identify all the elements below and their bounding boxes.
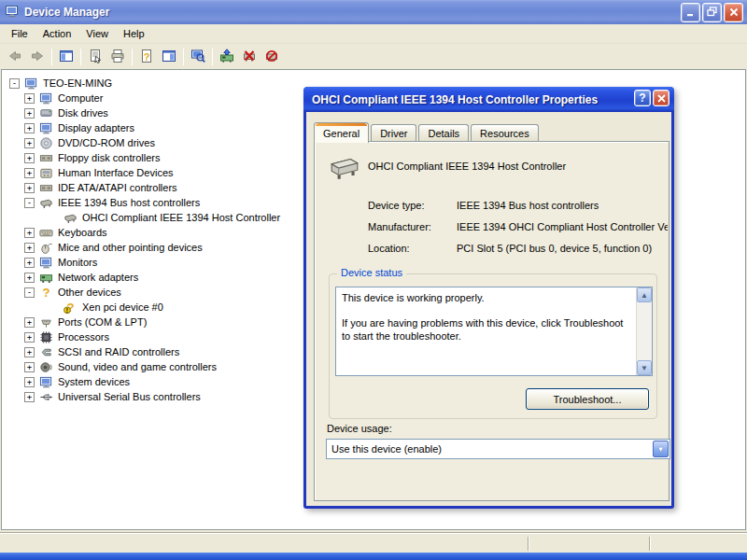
menu-view[interactable]: View (78, 25, 116, 42)
scan-for-hardware-changes-icon (190, 49, 205, 65)
uninstall-button[interactable] (261, 47, 283, 67)
properties-icon (88, 49, 103, 65)
device-info-row: Location:PCI Slot 5 (PCI bus 0, device 5… (368, 243, 668, 254)
close-icon (657, 94, 666, 103)
statusbar-divider (528, 537, 529, 551)
toolbar-separator (51, 49, 52, 65)
forward-icon (30, 49, 45, 65)
device-status-label: Device status (337, 267, 406, 278)
cdrom-icon (39, 136, 53, 150)
update-driver-button[interactable] (216, 47, 238, 67)
expand-icon[interactable]: + (24, 377, 35, 387)
info-value: IEEE 1394 Bus host controllers (457, 200, 668, 211)
status-scrollbar[interactable]: ▲ ▼ (636, 287, 652, 375)
tree-item-label: DVD/CD-ROM drives (58, 137, 155, 148)
statusbar-divider (649, 537, 651, 551)
dialog-close-button[interactable] (653, 90, 669, 106)
menu-help[interactable]: Help (116, 25, 152, 42)
menu-file[interactable]: File (4, 25, 35, 42)
tree-item-label: Other devices (58, 287, 121, 298)
info-label: Manufacturer: (368, 221, 457, 232)
ide-controller-icon (39, 181, 53, 195)
hid-icon (39, 166, 53, 180)
unknown-device-icon: ? (39, 286, 53, 300)
ports-icon (39, 315, 53, 329)
minimize-button[interactable] (681, 3, 700, 22)
mouse-icon (39, 241, 53, 255)
svg-text:?: ? (42, 286, 49, 300)
tree-item-label: Mice and other pointing devices (58, 242, 203, 253)
expand-icon[interactable]: + (24, 332, 35, 343)
general-tab-panel: OHCI Compliant IEEE 1394 Host Controller… (314, 141, 669, 501)
tree-item-label: Network adapters (58, 272, 138, 283)
show-hide-action-pane-button[interactable] (158, 47, 180, 67)
scroll-down-icon[interactable]: ▼ (637, 360, 652, 375)
toolbar-separator (183, 49, 184, 65)
forward-button[interactable] (26, 47, 49, 67)
collapse-icon[interactable]: - (24, 287, 35, 298)
tab-general[interactable]: General (314, 122, 369, 143)
menu-action[interactable]: Action (35, 25, 79, 42)
close-button[interactable] (724, 3, 743, 22)
tab-driver[interactable]: Driver (371, 124, 416, 142)
expand-icon[interactable]: + (24, 168, 35, 178)
device-usage-select[interactable]: Use this device (enable) ▼ (326, 439, 670, 459)
expand-icon[interactable]: + (24, 243, 35, 253)
info-label: Device type: (368, 200, 457, 211)
expand-icon[interactable]: + (24, 153, 35, 163)
expand-icon[interactable]: + (24, 183, 35, 193)
info-value: IEEE 1394 OHCI Compliant Host Controller… (457, 221, 668, 232)
troubleshoot-button[interactable]: Troubleshoot... (526, 388, 649, 410)
show-hide-console-tree-button[interactable] (55, 47, 78, 67)
computer-icon (39, 91, 53, 105)
help-button[interactable]: ? (135, 47, 158, 67)
back-button[interactable] (4, 47, 26, 67)
tree-item-label: Monitors (58, 257, 97, 268)
expand-icon[interactable]: + (24, 258, 35, 268)
monitor-icon (39, 256, 53, 270)
show-hide-action-pane-icon (162, 49, 176, 65)
collapse-icon[interactable]: - (9, 78, 20, 89)
processor-icon (39, 330, 53, 344)
unknown-device-warning-icon: ?! (63, 301, 78, 315)
tree-item-label: Ports (COM & LPT) (58, 316, 147, 328)
sound-icon (39, 360, 53, 374)
scroll-up-icon[interactable]: ▲ (637, 287, 652, 302)
tree-item-label: Keyboards (58, 227, 107, 238)
expand-icon[interactable]: + (24, 138, 35, 148)
toolbar-separator (212, 49, 213, 65)
tab-resources[interactable]: Resources (471, 124, 539, 142)
expand-icon[interactable]: + (24, 362, 35, 372)
svg-text:?: ? (144, 50, 150, 62)
device-status-text: This device is working properly.If you a… (336, 287, 636, 375)
dialog-tabs: GeneralDriverDetailsResources (314, 121, 541, 142)
tree-item-label: Universal Serial Bus controllers (58, 391, 201, 402)
disable-button[interactable] (238, 47, 261, 67)
tree-item-label: Processors (58, 331, 109, 343)
scsi-icon (39, 345, 53, 359)
tab-details[interactable]: Details (418, 124, 469, 142)
tree-item-label: Disk drives (58, 107, 108, 119)
disk-drive-icon (39, 106, 53, 120)
expand-icon[interactable]: + (24, 108, 35, 119)
chevron-down-icon[interactable]: ▼ (653, 441, 669, 457)
print-button[interactable] (106, 47, 129, 67)
properties-button[interactable] (84, 47, 106, 67)
expand-icon[interactable]: + (24, 228, 35, 238)
expand-icon[interactable]: + (24, 317, 35, 328)
expand-icon[interactable]: + (24, 392, 35, 402)
tree-item-label: Display adapters (58, 122, 134, 133)
collapse-icon[interactable]: - (24, 198, 35, 208)
restore-button[interactable] (702, 3, 722, 22)
expand-icon[interactable]: + (24, 93, 35, 104)
disable-icon (242, 49, 257, 65)
computer-icon (24, 77, 38, 91)
expand-icon[interactable]: + (24, 347, 35, 357)
status-bar (0, 532, 747, 553)
tree-item-label: IDE ATA/ATAPI controllers (58, 182, 177, 193)
toolbar: ? (0, 44, 747, 69)
expand-icon[interactable]: + (24, 273, 35, 283)
expand-icon[interactable]: + (24, 123, 35, 133)
scan-for-hardware-changes-button[interactable] (187, 47, 209, 67)
dialog-help-button[interactable]: ? (634, 90, 651, 106)
